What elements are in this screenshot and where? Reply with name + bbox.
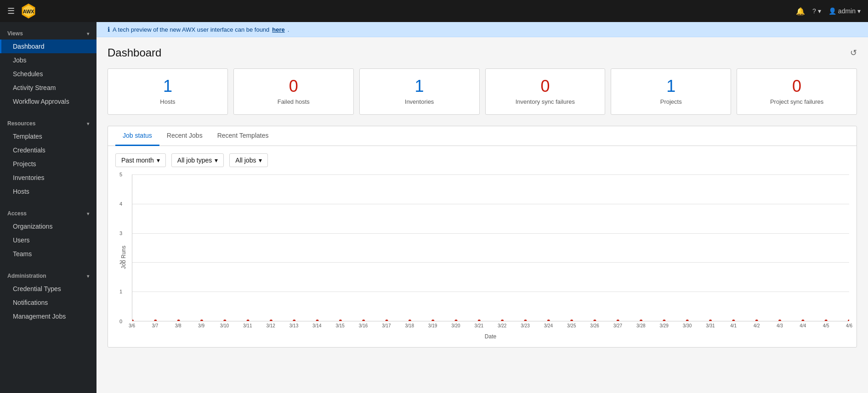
period-label: Past month <box>121 157 154 164</box>
administration-section: Administration ▾ Credential Types Notifi… <box>0 264 96 327</box>
administration-chevron-icon: ▾ <box>87 274 89 279</box>
x-axis-labels: 3/6 3/7 3/8 3/9 3/10 3/11 3/12 3/13 3/14… <box>132 321 849 331</box>
sidebar-item-activity-stream[interactable]: Activity Stream <box>0 81 96 95</box>
period-dropdown[interactable]: Past month ▾ <box>115 153 166 167</box>
refresh-button[interactable]: ↺ <box>850 48 857 58</box>
stat-cards: 1 Hosts 0 Failed hosts 1 Inventories 0 I… <box>108 68 857 115</box>
sidebar-item-jobs[interactable]: Jobs <box>0 53 96 67</box>
job-type-label: All job types <box>177 157 212 164</box>
resources-chevron-icon: ▾ <box>87 121 89 126</box>
sidebar-item-hosts[interactable]: Hosts <box>0 185 96 198</box>
stat-label-projects: Projects <box>660 98 682 105</box>
sidebar-item-organizations[interactable]: Organizations <box>0 219 96 233</box>
jobs-dropdown-icon: ▾ <box>259 157 262 164</box>
sidebar-item-credential-types[interactable]: Credential Types <box>0 282 96 296</box>
user-menu[interactable]: 👤 admin ▾ <box>828 7 861 15</box>
access-section: Access ▾ Organizations Users Teams <box>0 202 96 264</box>
chart-svg <box>132 174 849 321</box>
stat-number-project-sync-failures: 0 <box>792 78 801 95</box>
main-layout: Views ▾ Dashboard Jobs Schedules Activit… <box>0 22 868 393</box>
sidebar-item-dashboard[interactable]: Dashboard <box>0 39 96 53</box>
notification-bell-icon[interactable]: 🔔 <box>796 7 805 16</box>
stat-label-inventories: Inventories <box>405 98 434 105</box>
sidebar: Views ▾ Dashboard Jobs Schedules Activit… <box>0 22 96 393</box>
info-banner-link[interactable]: here <box>272 26 284 33</box>
y-axis-label: Job Runs <box>120 246 127 269</box>
jobs-label: All jobs <box>235 157 256 164</box>
help-dropdown-icon: ▾ <box>818 7 821 15</box>
hamburger-icon[interactable]: ☰ <box>7 6 15 16</box>
tab-recent-jobs[interactable]: Recent Jobs <box>159 126 210 146</box>
svg-text:AWX: AWX <box>23 9 34 14</box>
dashboard-header: Dashboard ↺ <box>108 46 857 59</box>
stat-card-hosts[interactable]: 1 Hosts <box>108 68 228 115</box>
sidebar-item-management-jobs[interactable]: Management Jobs <box>0 309 96 323</box>
help-button[interactable]: ? ▾ <box>812 7 821 15</box>
sidebar-item-teams[interactable]: Teams <box>0 247 96 261</box>
chart-area: Job Runs 5 <box>108 174 857 347</box>
views-chevron-icon: ▾ <box>87 31 89 36</box>
tabs-container: Job status Recent Jobs Recent Templates … <box>108 126 857 348</box>
svg-rect-4 <box>132 174 849 321</box>
info-banner: ℹ A tech preview of the new AWX user int… <box>96 22 868 37</box>
sidebar-item-schedules[interactable]: Schedules <box>0 67 96 81</box>
stat-label-hosts: Hosts <box>160 98 175 105</box>
logo: AWX <box>20 3 37 19</box>
dashboard-body: Dashboard ↺ 1 Hosts 0 Failed hosts 1 Inv… <box>96 37 868 393</box>
sidebar-item-inventories[interactable]: Inventories <box>0 171 96 185</box>
sidebar-item-workflow-approvals[interactable]: Workflow Approvals <box>0 95 96 108</box>
info-icon: ℹ <box>108 26 110 33</box>
stat-label-failed-hosts: Failed hosts <box>278 98 310 105</box>
stat-number-failed-hosts: 0 <box>289 78 298 95</box>
resources-section-header[interactable]: Resources ▾ <box>0 116 96 129</box>
stat-number-inventory-sync-failures: 0 <box>540 78 550 95</box>
sidebar-item-users[interactable]: Users <box>0 233 96 247</box>
stat-label-inventory-sync-failures: Inventory sync failures <box>516 98 575 105</box>
stat-card-project-sync-failures[interactable]: 0 Project sync failures <box>737 68 857 115</box>
sidebar-item-templates[interactable]: Templates <box>0 129 96 143</box>
chart-grid: 5 4 3 2 <box>132 174 849 321</box>
stat-card-inventory-sync-failures[interactable]: 0 Inventory sync failures <box>485 68 606 115</box>
info-banner-suffix: . <box>288 26 289 33</box>
sidebar-item-notifications[interactable]: Notifications <box>0 296 96 309</box>
resources-section: Resources ▾ Templates Credentials Projec… <box>0 112 96 202</box>
stat-label-project-sync-failures: Project sync failures <box>770 98 823 105</box>
jobs-dropdown[interactable]: All jobs ▾ <box>229 153 268 167</box>
access-chevron-icon: ▾ <box>87 211 89 216</box>
user-icon: 👤 <box>828 7 836 15</box>
user-dropdown-icon: ▾ <box>857 7 861 15</box>
access-section-header[interactable]: Access ▾ <box>0 206 96 219</box>
awx-logo: AWX <box>20 3 37 19</box>
tab-recent-templates[interactable]: Recent Templates <box>210 126 276 146</box>
page-title: Dashboard <box>108 46 161 59</box>
views-section-header[interactable]: Views ▾ <box>0 26 96 39</box>
tab-job-status[interactable]: Job status <box>115 126 159 146</box>
content-area: ℹ A tech preview of the new AWX user int… <box>96 22 868 393</box>
chart-controls: Past month ▾ All job types ▾ All jobs ▾ <box>108 146 857 174</box>
job-type-dropdown[interactable]: All job types ▾ <box>171 153 224 167</box>
info-banner-text: A tech preview of the new AWX user inter… <box>113 26 269 33</box>
x-axis-title: Date <box>132 333 849 340</box>
administration-section-header[interactable]: Administration ▾ <box>0 268 96 282</box>
sidebar-item-projects[interactable]: Projects <box>0 157 96 171</box>
topbar-right: 🔔 ? ▾ 👤 admin ▾ <box>796 7 861 16</box>
stat-card-failed-hosts[interactable]: 0 Failed hosts <box>233 68 354 115</box>
views-section: Views ▾ Dashboard Jobs Schedules Activit… <box>0 22 96 112</box>
period-dropdown-icon: ▾ <box>157 157 160 164</box>
stat-number-inventories: 1 <box>415 78 424 95</box>
stat-number-hosts: 1 <box>163 78 172 95</box>
topbar: ☰ AWX 🔔 ? ▾ 👤 admin ▾ <box>0 0 868 22</box>
job-type-dropdown-icon: ▾ <box>215 157 218 164</box>
tabs-header: Job status Recent Jobs Recent Templates <box>108 126 857 146</box>
stat-card-projects[interactable]: 1 Projects <box>611 68 731 115</box>
sidebar-item-credentials[interactable]: Credentials <box>0 143 96 157</box>
stat-card-inventories[interactable]: 1 Inventories <box>359 68 480 115</box>
stat-number-projects: 1 <box>666 78 675 95</box>
